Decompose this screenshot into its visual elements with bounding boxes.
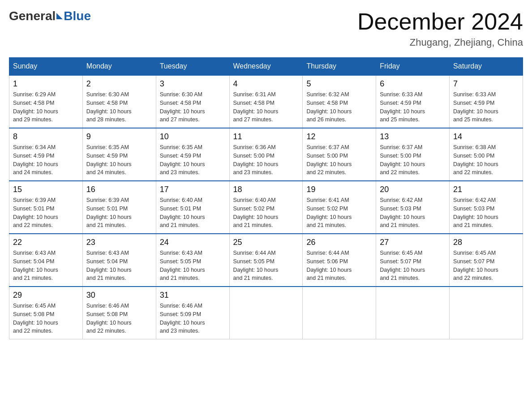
day-info: Sunrise: 6:45 AM Sunset: 5:08 PM Dayligh… bbox=[13, 302, 79, 335]
calendar-header-row: Sunday Monday Tuesday Wednesday Thursday… bbox=[9, 58, 523, 76]
day-number: 4 bbox=[233, 79, 299, 89]
day-number: 27 bbox=[380, 238, 446, 247]
day-info: Sunrise: 6:37 AM Sunset: 5:00 PM Dayligh… bbox=[306, 143, 372, 177]
calendar-cell: 8 Sunrise: 6:34 AM Sunset: 4:59 PM Dayli… bbox=[9, 128, 83, 181]
day-number: 8 bbox=[13, 132, 79, 141]
calendar-cell bbox=[229, 287, 303, 339]
day-info: Sunrise: 6:31 AM Sunset: 4:58 PM Dayligh… bbox=[233, 90, 299, 124]
day-number: 30 bbox=[86, 291, 152, 300]
day-info: Sunrise: 6:42 AM Sunset: 5:03 PM Dayligh… bbox=[380, 196, 446, 230]
day-info: Sunrise: 6:29 AM Sunset: 4:58 PM Dayligh… bbox=[13, 90, 79, 124]
calendar-cell: 16 Sunrise: 6:39 AM Sunset: 5:01 PM Dayl… bbox=[82, 181, 156, 234]
day-number: 31 bbox=[160, 291, 226, 300]
calendar-cell: 22 Sunrise: 6:43 AM Sunset: 5:04 PM Dayl… bbox=[9, 234, 83, 287]
calendar-cell: 31 Sunrise: 6:46 AM Sunset: 5:09 PM Dayl… bbox=[156, 287, 229, 339]
calendar-cell: 9 Sunrise: 6:35 AM Sunset: 4:59 PM Dayli… bbox=[82, 128, 156, 181]
day-number: 18 bbox=[233, 185, 299, 194]
day-number: 2 bbox=[86, 79, 152, 89]
calendar-cell: 20 Sunrise: 6:42 AM Sunset: 5:03 PM Dayl… bbox=[376, 181, 450, 234]
day-number: 14 bbox=[453, 132, 519, 141]
day-number: 10 bbox=[160, 132, 226, 141]
calendar-cell: 28 Sunrise: 6:45 AM Sunset: 5:07 PM Dayl… bbox=[450, 234, 523, 287]
col-thursday: Thursday bbox=[303, 58, 376, 76]
day-info: Sunrise: 6:42 AM Sunset: 5:03 PM Dayligh… bbox=[453, 196, 519, 230]
day-number: 25 bbox=[233, 238, 299, 247]
day-info: Sunrise: 6:30 AM Sunset: 4:58 PM Dayligh… bbox=[86, 90, 152, 124]
calendar-cell bbox=[303, 287, 376, 339]
day-number: 7 bbox=[453, 79, 519, 89]
calendar-cell: 18 Sunrise: 6:40 AM Sunset: 5:02 PM Dayl… bbox=[229, 181, 303, 234]
day-number: 26 bbox=[306, 238, 372, 247]
day-number: 12 bbox=[306, 132, 372, 141]
day-number: 23 bbox=[86, 238, 152, 247]
month-title: December 2024 bbox=[357, 9, 523, 34]
calendar-cell: 19 Sunrise: 6:41 AM Sunset: 5:02 PM Dayl… bbox=[303, 181, 376, 234]
day-number: 24 bbox=[160, 238, 226, 247]
day-info: Sunrise: 6:46 AM Sunset: 5:09 PM Dayligh… bbox=[160, 302, 226, 335]
calendar-cell: 1 Sunrise: 6:29 AM Sunset: 4:58 PM Dayli… bbox=[9, 75, 83, 128]
calendar-cell: 14 Sunrise: 6:38 AM Sunset: 5:00 PM Dayl… bbox=[450, 128, 523, 181]
day-number: 21 bbox=[453, 185, 519, 194]
day-number: 9 bbox=[86, 132, 152, 141]
calendar-cell: 4 Sunrise: 6:31 AM Sunset: 4:58 PM Dayli… bbox=[229, 75, 303, 128]
calendar-cell: 15 Sunrise: 6:39 AM Sunset: 5:01 PM Dayl… bbox=[9, 181, 83, 234]
day-info: Sunrise: 6:33 AM Sunset: 4:59 PM Dayligh… bbox=[453, 90, 519, 124]
calendar-cell: 17 Sunrise: 6:40 AM Sunset: 5:01 PM Dayl… bbox=[156, 181, 229, 234]
day-number: 6 bbox=[380, 79, 446, 89]
col-sunday: Sunday bbox=[9, 58, 83, 76]
calendar-cell: 26 Sunrise: 6:44 AM Sunset: 5:06 PM Dayl… bbox=[303, 234, 376, 287]
calendar-cell: 7 Sunrise: 6:33 AM Sunset: 4:59 PM Dayli… bbox=[450, 75, 523, 128]
day-number: 17 bbox=[160, 185, 226, 194]
logo-blue-text: Blue bbox=[64, 9, 91, 23]
calendar-table: Sunday Monday Tuesday Wednesday Thursday… bbox=[9, 57, 523, 339]
logo-arrow-icon bbox=[56, 13, 63, 19]
day-info: Sunrise: 6:40 AM Sunset: 5:02 PM Dayligh… bbox=[233, 196, 299, 230]
calendar-cell: 25 Sunrise: 6:44 AM Sunset: 5:05 PM Dayl… bbox=[229, 234, 303, 287]
day-info: Sunrise: 6:45 AM Sunset: 5:07 PM Dayligh… bbox=[380, 249, 446, 283]
week-row-1: 1 Sunrise: 6:29 AM Sunset: 4:58 PM Dayli… bbox=[9, 75, 523, 128]
day-info: Sunrise: 6:32 AM Sunset: 4:58 PM Dayligh… bbox=[306, 90, 372, 124]
calendar-cell bbox=[376, 287, 450, 339]
location-subtitle: Zhugang, Zhejiang, China bbox=[357, 37, 523, 48]
day-info: Sunrise: 6:38 AM Sunset: 5:00 PM Dayligh… bbox=[453, 143, 519, 177]
calendar-cell: 3 Sunrise: 6:30 AM Sunset: 4:58 PM Dayli… bbox=[156, 75, 229, 128]
col-tuesday: Tuesday bbox=[156, 58, 229, 76]
day-info: Sunrise: 6:41 AM Sunset: 5:02 PM Dayligh… bbox=[306, 196, 372, 230]
calendar-cell: 29 Sunrise: 6:45 AM Sunset: 5:08 PM Dayl… bbox=[9, 287, 83, 339]
calendar-cell: 13 Sunrise: 6:37 AM Sunset: 5:00 PM Dayl… bbox=[376, 128, 450, 181]
calendar-cell: 24 Sunrise: 6:43 AM Sunset: 5:05 PM Dayl… bbox=[156, 234, 229, 287]
calendar-cell: 5 Sunrise: 6:32 AM Sunset: 4:58 PM Dayli… bbox=[303, 75, 376, 128]
col-monday: Monday bbox=[82, 58, 156, 76]
day-number: 22 bbox=[13, 238, 79, 247]
col-friday: Friday bbox=[376, 58, 450, 76]
calendar-cell: 21 Sunrise: 6:42 AM Sunset: 5:03 PM Dayl… bbox=[450, 181, 523, 234]
col-wednesday: Wednesday bbox=[229, 58, 303, 76]
day-number: 16 bbox=[86, 185, 152, 194]
calendar-cell: 11 Sunrise: 6:36 AM Sunset: 5:00 PM Dayl… bbox=[229, 128, 303, 181]
week-row-4: 22 Sunrise: 6:43 AM Sunset: 5:04 PM Dayl… bbox=[9, 234, 523, 287]
day-info: Sunrise: 6:36 AM Sunset: 5:00 PM Dayligh… bbox=[233, 143, 299, 177]
day-info: Sunrise: 6:39 AM Sunset: 5:01 PM Dayligh… bbox=[13, 196, 79, 230]
logo-general-text: General bbox=[9, 9, 56, 23]
day-info: Sunrise: 6:43 AM Sunset: 5:04 PM Dayligh… bbox=[86, 249, 152, 283]
col-saturday: Saturday bbox=[450, 58, 523, 76]
title-section: December 2024 Zhugang, Zhejiang, China bbox=[357, 9, 523, 48]
day-info: Sunrise: 6:34 AM Sunset: 4:59 PM Dayligh… bbox=[13, 143, 79, 177]
day-number: 11 bbox=[233, 132, 299, 141]
calendar-cell: 23 Sunrise: 6:43 AM Sunset: 5:04 PM Dayl… bbox=[82, 234, 156, 287]
day-info: Sunrise: 6:37 AM Sunset: 5:00 PM Dayligh… bbox=[380, 143, 446, 177]
day-info: Sunrise: 6:45 AM Sunset: 5:07 PM Dayligh… bbox=[453, 249, 519, 283]
day-number: 1 bbox=[13, 79, 79, 89]
calendar-cell: 30 Sunrise: 6:46 AM Sunset: 5:08 PM Dayl… bbox=[82, 287, 156, 339]
calendar-cell: 6 Sunrise: 6:33 AM Sunset: 4:59 PM Dayli… bbox=[376, 75, 450, 128]
day-info: Sunrise: 6:43 AM Sunset: 5:05 PM Dayligh… bbox=[160, 249, 226, 283]
day-number: 3 bbox=[160, 79, 226, 89]
day-info: Sunrise: 6:44 AM Sunset: 5:05 PM Dayligh… bbox=[233, 249, 299, 283]
week-row-2: 8 Sunrise: 6:34 AM Sunset: 4:59 PM Dayli… bbox=[9, 128, 523, 181]
day-info: Sunrise: 6:30 AM Sunset: 4:58 PM Dayligh… bbox=[160, 90, 226, 124]
day-info: Sunrise: 6:44 AM Sunset: 5:06 PM Dayligh… bbox=[306, 249, 372, 283]
day-info: Sunrise: 6:40 AM Sunset: 5:01 PM Dayligh… bbox=[160, 196, 226, 230]
day-number: 15 bbox=[13, 185, 79, 194]
day-number: 19 bbox=[306, 185, 372, 194]
day-number: 13 bbox=[380, 132, 446, 141]
